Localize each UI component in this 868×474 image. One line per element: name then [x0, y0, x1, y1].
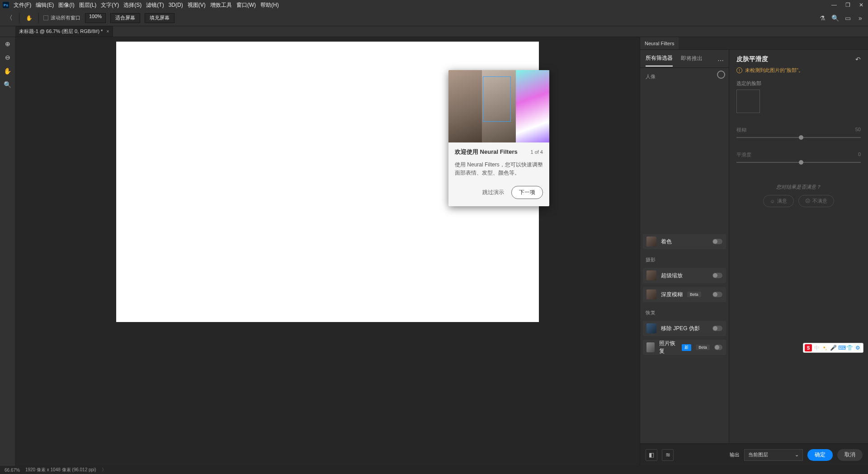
zoom-tool-icon[interactable]: 🔍	[3, 80, 13, 90]
ime-lang[interactable]: 中	[814, 344, 820, 352]
cancel-button[interactable]: 取消	[837, 449, 863, 461]
toggle-depth-blur[interactable]	[712, 292, 722, 297]
status-doc-size[interactable]: 1920 像素 x 1048 像素 (96.012 ppi)	[25, 467, 96, 473]
toggle-super-zoom[interactable]	[712, 273, 722, 278]
menu-file[interactable]: 文件(F)	[14, 1, 31, 9]
menu-bar: Ps 文件(F) 编辑(E) 图像(I) 图层(L) 文字(Y) 选择(S) 滤…	[0, 0, 868, 10]
filter-super-zoom[interactable]: 超级缩放	[643, 268, 726, 283]
hand-tool-icon[interactable]: ✋	[24, 15, 34, 21]
slider-blur-label: 模糊	[736, 127, 746, 133]
tab-coming-soon[interactable]: 即将推出	[681, 55, 703, 66]
feedback-question: 您对结果是否满意？	[736, 184, 861, 190]
status-arrow-icon[interactable]: 〉	[102, 467, 106, 473]
document-tabstrip: 未标题-1 @ 66.7% (图层 0, RGB/8#) * ×	[0, 26, 868, 37]
menu-layer[interactable]: 图层(L)	[79, 1, 97, 9]
app-logo: Ps	[3, 2, 9, 8]
menu-view[interactable]: 视图(V)	[188, 1, 206, 9]
menu-select[interactable]: 选择(S)	[123, 1, 142, 9]
scroll-all-windows-checkbox[interactable]: 滚动所有窗口	[43, 14, 80, 21]
new-badge: 新	[682, 344, 691, 351]
slider-smooth-label: 平滑度	[736, 152, 751, 158]
fill-screen-button[interactable]: 填充屏幕	[145, 13, 175, 23]
filter-toggle-ring[interactable]	[717, 71, 725, 79]
menu-window[interactable]: 窗口(W)	[236, 1, 256, 9]
depthblur-thumb-icon	[646, 289, 656, 299]
reset-icon[interactable]: ↶	[855, 56, 861, 63]
menu-3d[interactable]: 3D(D)	[169, 2, 183, 8]
share-icon[interactable]: ⚗	[817, 13, 827, 23]
zoom-out-icon[interactable]: ⊖	[3, 52, 13, 62]
filter-label: 移除 JPEG 伪影	[661, 325, 700, 332]
filter-label: 深度模糊	[661, 291, 683, 299]
document-tab-title: 未标题-1 @ 66.7% (图层 0, RGB/8#) *	[19, 28, 103, 35]
ime-skin-icon[interactable]: 👕	[846, 345, 853, 351]
filter-label: 照片恢复	[659, 340, 677, 355]
output-label: 输出	[730, 451, 740, 458]
document-tab[interactable]: 未标题-1 @ 66.7% (图层 0, RGB/8#) * ×	[15, 26, 113, 37]
search-icon[interactable]: 🔍	[830, 13, 840, 23]
menu-help[interactable]: 帮助(H)	[260, 1, 279, 9]
feedback-unsatisfied-button[interactable]: ☹ 不满意	[798, 195, 834, 207]
warning-text: 未检测到此图片的"脸部"。	[745, 67, 803, 74]
ime-floating-bar[interactable]: S 中 •, 🎤 ⌨ 👕 ⚙	[803, 343, 863, 353]
slider-smoothness[interactable]	[736, 162, 861, 163]
feedback-satisfied-button[interactable]: ☺ 满意	[763, 195, 794, 207]
toggle-jpeg[interactable]	[712, 326, 722, 331]
filter-photo-restore[interactable]: 照片恢复 新 Beta	[643, 340, 726, 355]
sogou-icon: S	[805, 344, 812, 351]
tab-all-filters[interactable]: 所有筛选器	[646, 54, 673, 66]
slider-blur-value: 50	[855, 127, 861, 133]
slider-smooth-value: 0	[858, 152, 861, 158]
settings-title: 皮肤平滑度	[736, 55, 768, 63]
face-preview-box[interactable]	[736, 90, 760, 113]
superzoom-thumb-icon	[646, 270, 656, 280]
colorize-thumb-icon	[646, 237, 656, 246]
hand-tool-icon[interactable]: ✋	[3, 66, 13, 76]
left-toolbar: ⊕ ⊖ ✋ 🔍	[0, 37, 15, 466]
welcome-tour-card: 欢迎使用 Neural Filters 1 of 4 使用 Neural Fil…	[448, 70, 549, 206]
toggle-photo-restore[interactable]	[714, 345, 722, 350]
ime-toolbox-icon[interactable]: ⚙	[854, 345, 861, 351]
zoom-in-icon[interactable]: ⊕	[3, 39, 13, 49]
chevron-down-icon: ⌄	[795, 452, 799, 458]
before-after-icon[interactable]: ◧	[646, 449, 657, 461]
tab-close-icon[interactable]: ×	[106, 29, 109, 34]
window-minimize[interactable]: —	[830, 2, 838, 8]
ime-keyboard-icon[interactable]: ⌨	[838, 345, 844, 351]
tour-counter: 1 of 4	[530, 149, 543, 155]
zoom-percentage-input[interactable]: 100%	[85, 13, 106, 23]
menu-type[interactable]: 文字(Y)	[101, 1, 119, 9]
tour-next-button[interactable]: 下一项	[511, 186, 543, 199]
unsatisfied-label: 不满意	[812, 198, 827, 204]
panel-tab-neural-filters[interactable]: Neural Filters	[640, 37, 679, 49]
tour-image	[448, 70, 549, 142]
output-select[interactable]: 当前图层 ⌄	[744, 449, 803, 461]
workspace-switcher-icon[interactable]: ▭	[843, 13, 853, 23]
toggle-colorize[interactable]	[712, 239, 722, 244]
slider-blur[interactable]	[736, 137, 861, 138]
layers-icon[interactable]: ≋	[662, 449, 674, 461]
filter-label: 着色	[661, 238, 672, 246]
window-maximize[interactable]: ❐	[844, 2, 852, 8]
filter-jpeg-artifacts[interactable]: 移除 JPEG 伪影	[643, 321, 726, 336]
tour-description: 使用 Neural Filters，您可以快速调整面部表情、发型、颜色等。	[455, 161, 543, 177]
back-button[interactable]: 〈	[5, 13, 14, 23]
menu-image[interactable]: 图像(I)	[58, 1, 74, 9]
menu-plugins[interactable]: 增效工具	[210, 1, 232, 9]
menu-filter[interactable]: 滤镜(T)	[146, 1, 164, 9]
window-close[interactable]: ✕	[857, 2, 865, 8]
output-select-value: 当前图层	[748, 451, 768, 458]
tour-skip-button[interactable]: 跳过演示	[482, 189, 504, 196]
menu-edit[interactable]: 编辑(E)	[36, 1, 54, 9]
beta-badge: Beta	[687, 292, 701, 297]
fit-screen-button[interactable]: 适合屏幕	[110, 13, 140, 23]
panel-collapse-icon[interactable]: »	[855, 13, 865, 23]
ime-punct-icon[interactable]: •,	[822, 345, 828, 351]
more-options-icon[interactable]: ⋯	[717, 57, 724, 64]
filter-colorize[interactable]: 着色	[643, 234, 726, 249]
filter-depth-blur[interactable]: 深度模糊 Beta	[643, 287, 726, 302]
status-bar: 66.67% 1920 像素 x 1048 像素 (96.012 ppi) 〉	[0, 466, 868, 474]
ime-voice-icon[interactable]: 🎤	[830, 345, 836, 351]
ok-button[interactable]: 确定	[807, 449, 833, 461]
status-zoom[interactable]: 66.67%	[5, 468, 20, 473]
